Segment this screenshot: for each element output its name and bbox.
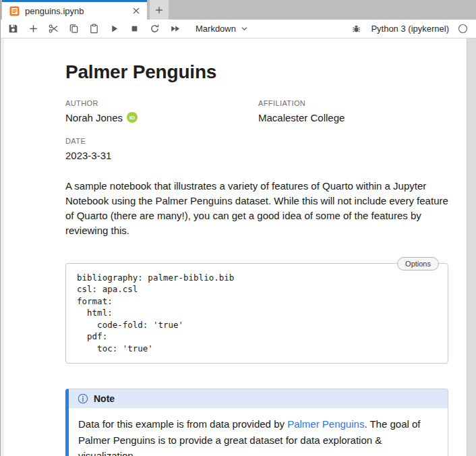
author-block: AUTHOR Norah Jones iD — [65, 99, 258, 123]
run-icon — [109, 24, 119, 34]
new-tab-button[interactable] — [150, 0, 169, 20]
toolbar-right-group: Python 3 (ipykernel) — [351, 23, 468, 34]
notebook-toolbar: Markdown Python 3 (ipykernel) — [0, 20, 476, 38]
info-icon — [78, 393, 88, 404]
rendered-notebook: Palmer Penguins AUTHOR Norah Jones iD AF… — [4, 38, 467, 456]
debugger-toggle[interactable] — [351, 23, 362, 34]
note-callout-header: Note — [69, 389, 448, 408]
restart-run-all-button[interactable] — [169, 23, 181, 34]
run-cell-button[interactable] — [109, 23, 120, 34]
copy-cell-button[interactable] — [68, 23, 80, 34]
date-label: DATE — [65, 137, 258, 145]
fast-forward-icon — [170, 24, 180, 34]
palmer-penguins-link[interactable]: Palmer Penguins — [287, 418, 364, 430]
intro-paragraph: A sample notebook that illustrates a var… — [65, 179, 448, 238]
tab-penguins-ipynb[interactable]: penguins.ipynb — [2, 0, 147, 20]
plus-icon — [154, 5, 164, 15]
author-label: AUTHOR — [65, 99, 258, 107]
options-button[interactable]: Options — [397, 257, 439, 270]
paste-cell-button[interactable] — [88, 23, 100, 34]
cut-cell-button[interactable] — [48, 23, 59, 34]
page-title: Palmer Penguins — [65, 61, 448, 84]
close-tab-icon[interactable] — [131, 6, 141, 16]
chevron-down-icon — [240, 24, 249, 33]
copy-icon — [69, 24, 79, 34]
affiliation-label: AFFILIATION — [258, 99, 448, 107]
scrollbar[interactable] — [467, 38, 476, 456]
orcid-icon[interactable]: iD — [127, 112, 138, 123]
save-button[interactable] — [7, 23, 19, 34]
note-callout: Note Data for this example is from data … — [65, 389, 448, 456]
date-value: 2023-3-31 — [65, 150, 111, 161]
affiliation-block: AFFILIATION Macalester College — [258, 99, 448, 123]
yaml-code: bibliography: palmer-biblio.bib csl: apa… — [77, 272, 437, 355]
cell-type-dropdown[interactable]: Markdown — [196, 24, 249, 34]
save-icon — [8, 24, 18, 34]
note-callout-body: Data for this example is from data provi… — [69, 408, 448, 456]
bug-icon — [351, 24, 361, 34]
note-callout-title: Note — [94, 393, 115, 404]
clipboard-icon — [89, 24, 99, 34]
stop-kernel-button[interactable] — [129, 23, 140, 34]
kernel-status-icon[interactable] — [458, 24, 468, 34]
tab-title: penguins.ipynb — [25, 6, 126, 16]
tab-bar: penguins.ipynb — [0, 0, 476, 20]
kernel-name[interactable]: Python 3 (ipykernel) — [371, 24, 449, 34]
scissors-icon — [49, 24, 59, 34]
note-text-before: Data for this example is from data provi… — [78, 418, 287, 430]
restart-icon — [150, 24, 160, 34]
restart-kernel-button[interactable] — [149, 23, 160, 34]
cell-type-value: Markdown — [196, 24, 236, 34]
insert-cell-button[interactable] — [28, 23, 39, 34]
document-metadata: AUTHOR Norah Jones iD AFFILIATION Macale… — [65, 99, 448, 161]
author-name: Norah Jones — [65, 112, 123, 123]
notebook-content-area: Palmer Penguins AUTHOR Norah Jones iD AF… — [0, 38, 476, 456]
notebook-icon — [9, 6, 20, 16]
affiliation-value: Macalester College — [258, 112, 345, 123]
jupyterlab-window: penguins.ipynb — [0, 0, 476, 456]
plus-icon — [28, 24, 38, 34]
stop-icon — [129, 24, 140, 34]
yaml-options-block: Options bibliography: palmer-biblio.bib … — [65, 263, 448, 364]
toolbar-left-group — [7, 23, 181, 34]
date-block: DATE 2023-3-31 — [65, 137, 258, 161]
